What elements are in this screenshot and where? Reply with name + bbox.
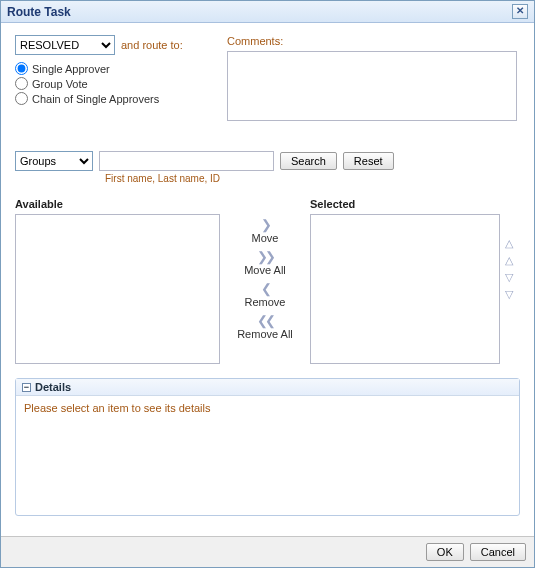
comments-textarea[interactable]	[227, 51, 517, 121]
ok-button[interactable]: OK	[426, 543, 464, 561]
titlebar: Route Task ✕	[1, 1, 534, 23]
reorder-down-icon[interactable]: ▽	[505, 272, 513, 283]
selected-label: Selected	[310, 198, 500, 210]
move-all-button[interactable]: ❯❯ Move All	[220, 248, 310, 278]
details-panel: − Details Please select an item to see i…	[15, 378, 520, 516]
radio-single-label: Single Approver	[32, 63, 110, 75]
reorder-top-icon[interactable]: △	[505, 238, 513, 249]
reorder-bottom-icon[interactable]: ▽	[505, 289, 513, 300]
remove-all-button[interactable]: ❮❮ Remove All	[220, 312, 310, 342]
move-label: Move	[252, 232, 279, 244]
double-chevron-right-icon: ❯❯	[257, 250, 273, 263]
dialog-title: Route Task	[7, 5, 71, 19]
chevron-left-icon: ❮	[261, 282, 269, 295]
dialog-body: RESOLVED and route to: Single Approver G…	[1, 23, 534, 536]
reset-button[interactable]: Reset	[343, 152, 394, 170]
available-listbox[interactable]	[15, 214, 220, 364]
chevron-right-icon: ❯	[261, 218, 269, 231]
available-label: Available	[15, 198, 220, 210]
route-task-dialog: Route Task ✕ RESOLVED and route to: Sing…	[0, 0, 535, 568]
radio-single-input[interactable]	[15, 62, 28, 75]
radio-chain[interactable]: Chain of Single Approvers	[15, 91, 205, 106]
details-header: − Details	[16, 379, 519, 396]
radio-group-vote[interactable]: Group Vote	[15, 76, 205, 91]
move-button[interactable]: ❯ Move	[220, 216, 310, 246]
collapse-icon[interactable]: −	[22, 383, 31, 392]
details-title: Details	[35, 381, 71, 393]
remove-all-label: Remove All	[237, 328, 293, 340]
comments-label: Comments:	[227, 35, 520, 47]
close-icon[interactable]: ✕	[512, 4, 528, 19]
dialog-footer: OK Cancel	[1, 536, 534, 567]
cancel-button[interactable]: Cancel	[470, 543, 526, 561]
route-to-label: and route to:	[121, 39, 183, 51]
double-chevron-left-icon: ❮❮	[257, 314, 273, 327]
radio-single-approver[interactable]: Single Approver	[15, 61, 205, 76]
radio-chain-input[interactable]	[15, 92, 28, 105]
scope-select[interactable]: Groups	[15, 151, 93, 171]
radio-group-label: Group Vote	[32, 78, 88, 90]
search-input[interactable]	[99, 151, 274, 171]
remove-button[interactable]: ❮ Remove	[220, 280, 310, 310]
radio-group-input[interactable]	[15, 77, 28, 90]
details-empty-text: Please select an item to see its details	[16, 396, 519, 420]
selected-listbox[interactable]	[310, 214, 500, 364]
name-hint: First name, Last name, ID	[105, 173, 520, 184]
radio-chain-label: Chain of Single Approvers	[32, 93, 159, 105]
status-select[interactable]: RESOLVED	[15, 35, 115, 55]
move-all-label: Move All	[244, 264, 286, 276]
search-button[interactable]: Search	[280, 152, 337, 170]
remove-label: Remove	[245, 296, 286, 308]
reorder-up-icon[interactable]: △	[505, 255, 513, 266]
